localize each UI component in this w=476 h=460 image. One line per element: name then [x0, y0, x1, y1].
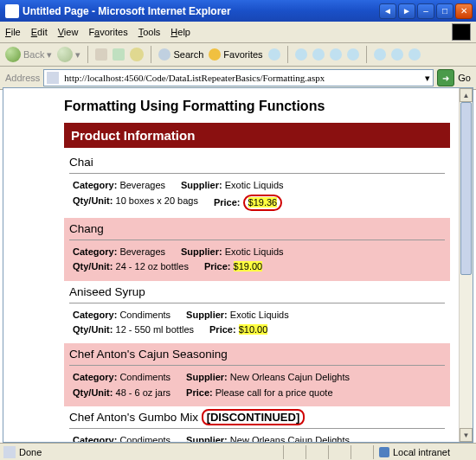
category-label: Category: — [73, 246, 117, 257]
supplier-value: New Orleans Cajun Delights — [230, 372, 350, 382]
menu-view[interactable]: View — [58, 27, 79, 37]
category-value: Condiments — [119, 310, 170, 320]
throbber-icon — [452, 23, 471, 41]
product-item: Chef Anton's Gumbo Mix [DISCONTINUED]Cat… — [64, 406, 450, 442]
supplier-label: Supplier: — [181, 180, 222, 190]
menu-file[interactable]: File — [5, 27, 21, 37]
toolbar: Back ▾ ▾ Search Favorites — [0, 43, 476, 67]
status-text: Done — [19, 447, 42, 457]
product-name: Chef Anton's Cajun Seasoning — [69, 347, 445, 366]
prev-window-button[interactable]: ◄ — [379, 3, 396, 19]
search-button[interactable]: Search — [158, 48, 203, 61]
chevron-down-icon[interactable]: ▾ — [425, 73, 430, 84]
product-name: Chang — [69, 221, 445, 240]
extra-icon[interactable] — [408, 48, 421, 61]
status-bar: Done Local intranet — [0, 443, 476, 460]
supplier-value: Exotic Liquids — [230, 310, 289, 320]
supplier-label: Supplier: — [186, 310, 228, 320]
qty-label: Qty/Unit: — [73, 387, 113, 398]
menu-file-label: ile — [11, 27, 21, 37]
menu-edit[interactable]: Edit — [31, 27, 48, 37]
window-title: Untitled Page - Microsoft Internet Explo… — [23, 5, 379, 17]
next-window-button[interactable]: ► — [398, 3, 415, 19]
back-button[interactable]: Back ▾ — [5, 47, 52, 62]
search-icon — [158, 48, 170, 61]
price-label: Price: — [186, 387, 213, 398]
url-input[interactable] — [62, 72, 425, 84]
scroll-up-icon[interactable]: ▲ — [460, 88, 473, 102]
home-icon[interactable] — [130, 48, 144, 61]
status-pane — [283, 445, 304, 459]
stop-icon[interactable] — [95, 48, 107, 61]
done-icon — [3, 446, 16, 458]
scroll-thumb[interactable] — [460, 102, 472, 275]
menu-tools[interactable]: Tools — [138, 27, 161, 37]
discuss-icon[interactable] — [347, 48, 359, 61]
page-heading: Formatting Using Formatting Functions — [64, 97, 450, 116]
menu-favorites[interactable]: Favorites — [88, 27, 127, 37]
maximize-button[interactable]: □ — [436, 3, 453, 19]
forward-icon — [57, 47, 73, 62]
star-icon — [209, 48, 221, 61]
extra-icon[interactable] — [374, 48, 386, 61]
supplier-label: Supplier: — [186, 435, 228, 442]
status-pane — [351, 445, 371, 459]
separator — [87, 46, 88, 63]
search-label: Search — [173, 49, 203, 60]
refresh-icon[interactable] — [113, 48, 125, 61]
page-icon — [47, 72, 59, 84]
url-box[interactable]: ▾ — [43, 69, 434, 86]
close-button[interactable]: ✕ — [455, 3, 473, 19]
scroll-down-icon[interactable]: ▼ — [460, 428, 473, 442]
price-value: $19.00 — [234, 261, 263, 272]
supplier-label: Supplier: — [186, 372, 228, 382]
mail-icon[interactable] — [295, 48, 307, 61]
qty-value: 10 boxes x 20 bags — [116, 195, 198, 206]
back-icon — [5, 47, 21, 62]
price-value: Please call for a price quote — [215, 387, 333, 398]
product-item: Chef Anton's Cajun SeasoningCategory: Co… — [64, 343, 450, 406]
qty-label: Qty/Unit: — [73, 324, 113, 335]
zone-icon — [379, 447, 389, 457]
back-label: Back — [23, 49, 44, 60]
category-label: Category: — [73, 180, 117, 190]
price-value: $19.36 — [243, 195, 283, 211]
minimize-button[interactable]: – — [417, 3, 434, 19]
qty-label: Qty/Unit: — [73, 195, 113, 206]
content-area: Formatting Using Formatting Functions Pr… — [3, 87, 473, 443]
app-icon — [5, 4, 19, 18]
history-icon[interactable] — [268, 48, 280, 61]
favorites-label: Favorites — [223, 49, 262, 60]
security-zone: Local intranet — [373, 445, 473, 459]
price-label: Price: — [204, 261, 231, 272]
forward-button[interactable]: ▾ — [57, 47, 80, 62]
separator — [287, 46, 288, 63]
extra-icon[interactable] — [391, 48, 403, 61]
category-value: Beverages — [119, 246, 165, 257]
status-pane — [306, 445, 326, 459]
price-label: Price: — [214, 197, 241, 208]
category-value: Beverages — [119, 180, 165, 190]
scroll-track[interactable] — [460, 102, 473, 428]
menu-help[interactable]: Help — [170, 27, 190, 37]
chevron-down-icon: ▾ — [75, 49, 80, 61]
separator — [151, 46, 151, 63]
qty-value: 24 - 12 oz bottles — [116, 261, 189, 272]
favorites-button[interactable]: Favorites — [209, 48, 262, 61]
edit-icon[interactable] — [330, 48, 342, 61]
qty-label: Qty/Unit: — [73, 261, 113, 272]
go-label: Go — [458, 73, 471, 83]
title-bar: Untitled Page - Microsoft Internet Explo… — [0, 0, 476, 22]
address-label: Address — [5, 73, 40, 83]
product-name: Aniseed Syrup — [69, 284, 445, 303]
zone-label: Local intranet — [393, 447, 450, 457]
supplier-value: New Orleans Cajun Delights — [230, 435, 350, 442]
address-bar: Address ▾ ➜ Go — [0, 67, 476, 90]
product-item: ChangCategory: BeveragesSupplier: Exotic… — [64, 218, 450, 281]
go-button[interactable]: ➜ — [437, 69, 454, 86]
discontinued-badge: [DISCONTINUED] — [202, 409, 306, 425]
print-icon[interactable] — [312, 48, 325, 61]
product-item: ChaiCategory: BeveragesSupplier: Exotic … — [64, 151, 450, 218]
vertical-scrollbar[interactable]: ▲ ▼ — [459, 88, 473, 442]
category-value: Condiments — [119, 435, 170, 442]
